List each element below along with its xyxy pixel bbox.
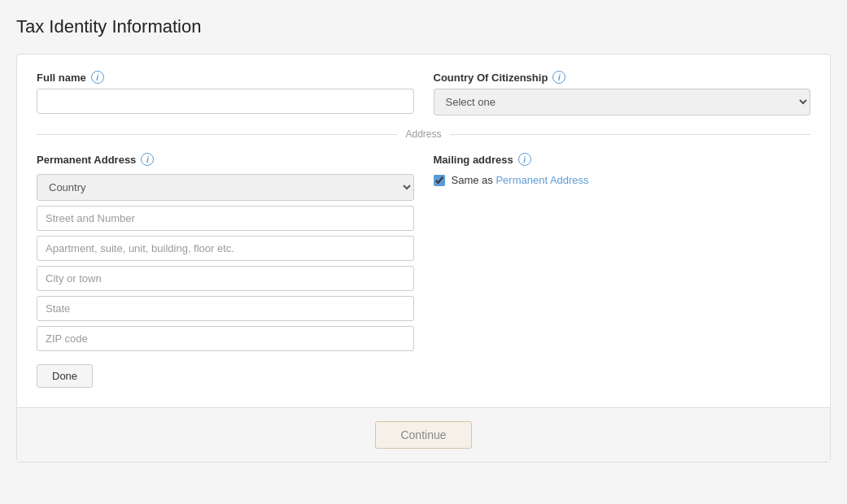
form-body: Full name i Country Of Citizenship i Sel… bbox=[17, 54, 830, 407]
country-citizenship-info-icon[interactable]: i bbox=[552, 71, 565, 84]
continue-button[interactable]: Continue bbox=[375, 421, 471, 449]
permanent-address-section: Permanent Address i Country Done bbox=[37, 153, 414, 388]
permanent-address-country-select[interactable]: Country bbox=[37, 174, 414, 201]
apartment-input[interactable] bbox=[37, 236, 414, 261]
street-number-input[interactable] bbox=[37, 206, 414, 231]
mailing-address-label: Mailing address i bbox=[434, 153, 811, 166]
top-fields-row: Full name i Country Of Citizenship i Sel… bbox=[37, 71, 810, 115]
permanent-address-label: Permanent Address i bbox=[37, 153, 414, 166]
same-as-permanent-checkbox[interactable] bbox=[434, 175, 445, 186]
form-footer: Continue bbox=[17, 407, 830, 462]
permanent-address-info-icon[interactable]: i bbox=[141, 153, 154, 166]
zip-input[interactable] bbox=[37, 326, 414, 351]
full-name-col: Full name i bbox=[37, 71, 414, 115]
done-button[interactable]: Done bbox=[37, 364, 93, 388]
page-title: Tax Identity Information bbox=[16, 16, 831, 37]
country-citizenship-label: Country Of Citizenship i bbox=[434, 71, 811, 84]
country-citizenship-select[interactable]: Select one bbox=[434, 89, 811, 115]
permanent-address-link[interactable]: Permanent Address bbox=[496, 174, 588, 186]
address-columns: Permanent Address i Country Done Mailing… bbox=[37, 153, 810, 388]
mailing-address-info-icon[interactable]: i bbox=[518, 153, 531, 166]
full-name-info-icon[interactable]: i bbox=[91, 71, 104, 84]
city-input[interactable] bbox=[37, 266, 414, 291]
form-card: Full name i Country Of Citizenship i Sel… bbox=[16, 54, 831, 463]
same-as-permanent-row: Same as Permanent Address bbox=[434, 174, 811, 186]
full-name-label: Full name i bbox=[37, 71, 414, 84]
state-input[interactable] bbox=[37, 296, 414, 321]
country-citizenship-col: Country Of Citizenship i Select one bbox=[434, 71, 811, 115]
address-divider: Address bbox=[37, 128, 810, 140]
full-name-input[interactable] bbox=[37, 89, 414, 114]
same-as-permanent-label: Same as Permanent Address bbox=[452, 174, 589, 186]
mailing-address-section: Mailing address i Same as Permanent Addr… bbox=[434, 153, 811, 388]
